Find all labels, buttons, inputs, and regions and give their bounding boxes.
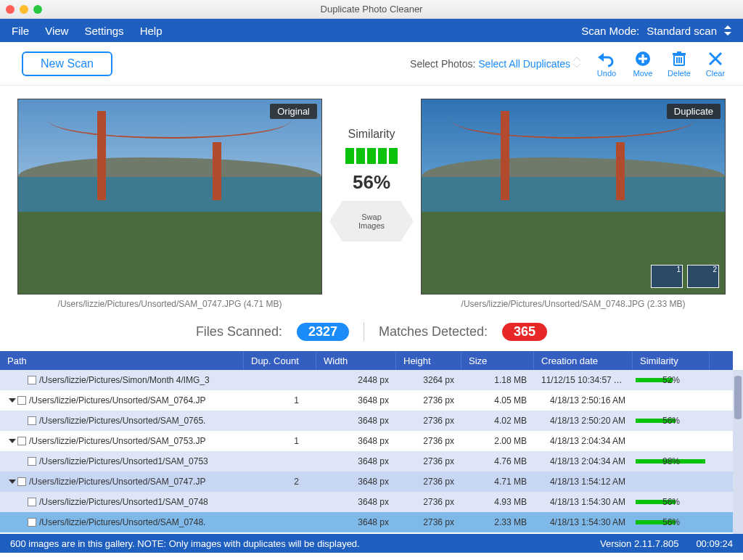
delete-button[interactable]: Delete (666, 50, 692, 78)
summary-bar: Files Scanned: 2327 Matches Detected: 36… (0, 315, 743, 351)
row-path: /Users/lizzie/Pictures/Unsorted/SAM_0764… (29, 395, 205, 405)
version-label: Version 2.11.7.805 (600, 538, 678, 549)
col-sim[interactable]: Similarity (633, 351, 710, 370)
svg-rect-5 (639, 57, 647, 59)
table-body: /Users/lizzie/Pictures/Simon/Month 4/IMG… (0, 370, 733, 534)
col-cdate[interactable]: Creation date (534, 351, 633, 370)
move-button[interactable]: Move (630, 50, 656, 78)
menu-help[interactable]: Help (140, 25, 163, 37)
table-row[interactable]: /Users/lizzie/Pictures/Unsorted1/SAM_074… (0, 492, 733, 512)
row-creation-date: 4/18/13 1:54:30 AM (534, 497, 633, 507)
swap-images-button[interactable]: Swap Images (342, 201, 401, 242)
menubar: File View Settings Help Scan Mode: Stand… (0, 19, 743, 42)
row-checkbox[interactable] (28, 457, 36, 466)
scan-mode-selector[interactable]: Scan Mode: Standard scan (581, 25, 731, 37)
original-image[interactable]: Original (17, 99, 322, 295)
row-height: 2736 px (396, 456, 461, 466)
row-creation-date: 11/12/15 10:34:57 AM (534, 375, 633, 385)
toolbar: New Scan Select Photos: Select All Dupli… (0, 42, 743, 86)
col-dup[interactable]: Dup. Count (244, 351, 316, 370)
row-similarity: 52% (633, 375, 710, 385)
thumbnail-2[interactable]: 2 (687, 265, 719, 288)
table-row[interactable]: /Users/lizzie/Pictures/Unsorted/SAM_0765… (0, 411, 733, 431)
col-size[interactable]: Size (461, 351, 534, 370)
select-photos-control[interactable]: Select Photos: Select All Duplicates (410, 57, 580, 70)
menu-settings[interactable]: Settings (84, 25, 123, 37)
row-height: 3264 px (396, 375, 461, 385)
row-checkbox[interactable] (28, 498, 36, 506)
disclosure-triangle-icon[interactable] (9, 479, 16, 484)
row-size: 4.02 MB (461, 416, 534, 426)
row-width: 2448 px (316, 375, 396, 385)
row-checkbox[interactable] (28, 376, 36, 384)
row-path: /Users/lizzie/Pictures/Unsorted/SAM_0748… (39, 517, 205, 527)
row-size: 2.00 MB (461, 436, 534, 446)
table-row[interactable]: /Users/lizzie/Pictures/Unsorted1/SAM_075… (0, 451, 733, 472)
row-size: 4.05 MB (461, 395, 534, 405)
comparison-mid: Similarity 56% Swap Images (334, 99, 409, 242)
row-similarity: 56% (633, 416, 710, 426)
files-scanned-label: Files Scanned: (196, 324, 282, 339)
disclosure-triangle-icon[interactable] (9, 398, 16, 403)
row-height: 2736 px (396, 436, 461, 446)
row-similarity: 56% (633, 497, 710, 507)
menu-view[interactable]: View (45, 25, 68, 37)
row-checkbox[interactable] (17, 437, 26, 445)
menu-file[interactable]: File (12, 25, 29, 37)
svg-marker-0 (573, 57, 580, 61)
row-creation-date: 4/18/13 2:50:20 AM (534, 416, 633, 426)
row-checkbox[interactable] (28, 518, 36, 527)
updown-icon (573, 57, 580, 67)
svg-marker-2 (598, 53, 604, 62)
thumbnail-1[interactable]: 1 (651, 265, 683, 288)
row-checkbox[interactable] (17, 477, 26, 486)
similarity-label: Similarity (348, 128, 395, 141)
table-row[interactable]: /Users/lizzie/Pictures/Unsorted/SAM_0764… (0, 390, 733, 411)
duplicate-image[interactable]: Duplicate 1 2 (421, 99, 726, 295)
preview-panel: Original /Users/lizzie/Pictures/Unsorted… (0, 86, 743, 315)
row-height: 2736 px (396, 497, 461, 507)
clear-button[interactable]: Clear (702, 50, 728, 78)
vertical-scrollbar[interactable] (733, 370, 743, 534)
row-similarity: 56% (633, 517, 710, 527)
row-checkbox[interactable] (28, 416, 36, 425)
trash-icon (670, 50, 688, 67)
duplicate-badge: Duplicate (667, 104, 721, 119)
row-path: /Users/lizzie/Pictures/Unsorted1/SAM_075… (39, 456, 208, 466)
new-scan-button[interactable]: New Scan (22, 52, 112, 76)
row-checkbox[interactable] (17, 396, 26, 405)
row-creation-date: 4/18/13 1:54:12 AM (534, 477, 633, 487)
divider (364, 322, 364, 341)
titlebar: Duplicate Photo Cleaner (0, 0, 743, 19)
table-row[interactable]: /Users/lizzie/Pictures/Unsorted/SAM_0753… (0, 431, 733, 451)
table-row[interactable]: /Users/lizzie/Pictures/Simon/Month 4/IMG… (0, 370, 733, 390)
col-path[interactable]: Path (0, 351, 244, 370)
window-title: Duplicate Photo Cleaner (0, 4, 743, 15)
row-path: /Users/lizzie/Pictures/Unsorted1/SAM_074… (39, 497, 208, 507)
undo-icon (598, 50, 615, 67)
select-all-duplicates-link[interactable]: Select All Duplicates (478, 58, 570, 70)
row-width: 3648 px (316, 497, 396, 507)
scan-mode-label: Scan Mode: (581, 25, 639, 37)
row-path: /Users/lizzie/Pictures/Unsorted/SAM_0747… (29, 477, 205, 487)
undo-button[interactable]: Undo (594, 50, 620, 78)
row-height: 2736 px (396, 517, 461, 527)
elapsed-time: 00:09:24 (696, 538, 733, 549)
scan-mode-value: Standard scan (646, 25, 717, 37)
row-height: 2736 px (396, 416, 461, 426)
row-creation-date: 4/18/13 1:54:30 AM (534, 517, 633, 527)
original-caption: /Users/lizzie/Pictures/Unsorted/SAM_0747… (58, 299, 282, 309)
col-height[interactable]: Height (396, 351, 461, 370)
col-width[interactable]: Width (316, 351, 396, 370)
row-width: 3648 px (316, 395, 396, 405)
disclosure-triangle-icon[interactable] (9, 439, 16, 443)
row-width: 3648 px (316, 436, 396, 446)
table-row[interactable]: /Users/lizzie/Pictures/Unsorted/SAM_0748… (0, 512, 733, 532)
row-creation-date: 4/18/13 2:50:16 AM (534, 395, 633, 405)
results-table: Path Dup. Count Width Height Size Creati… (0, 351, 743, 534)
matches-detected-label: Matches Detected: (379, 324, 488, 339)
table-row[interactable]: /Users/lizzie/Pictures/Unsorted/SAM_0747… (0, 472, 733, 492)
scrollbar-thumb[interactable] (734, 376, 742, 419)
svg-rect-8 (677, 52, 681, 54)
row-height: 2736 px (396, 477, 461, 487)
